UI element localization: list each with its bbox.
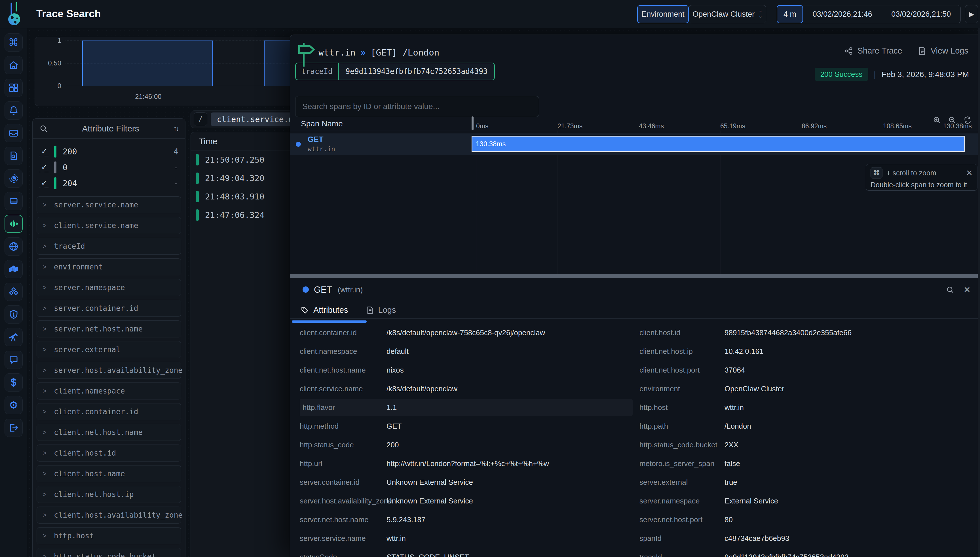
attribute-row[interactable]: client.net.host.name nixos client.net.ho… <box>300 361 975 379</box>
range-start[interactable]: 03/02/2026,21:46 <box>803 10 882 19</box>
sidebar-item-costs[interactable]: $ <box>5 373 23 391</box>
close-icon[interactable]: ✕ <box>966 168 973 178</box>
reset-zoom-icon[interactable] <box>963 116 972 124</box>
sidebar-item-settings[interactable]: ⚙ <box>5 396 23 414</box>
attribute-row[interactable]: server.service.name wttr.in spanId c4873… <box>300 529 975 548</box>
attribute-filter-item[interactable]: > server.host.availability_zone <box>37 362 181 379</box>
status-filter-row[interactable]: ✓ 0 - <box>39 160 178 175</box>
close-icon[interactable]: ✕ <box>964 285 971 295</box>
attribute-row[interactable]: server.net.host.name 5.9.243.187 server.… <box>300 510 975 529</box>
sidebar-item-logs[interactable] <box>5 192 23 210</box>
attribute-key: client.host.id <box>639 328 725 337</box>
attribute-row[interactable]: statusCode STATUS_CODE_UNSET traceId 9e9… <box>300 548 975 557</box>
attribute-filter-item[interactable]: > server.net.host.name <box>37 321 181 337</box>
time-range-picker[interactable]: 4 m 03/02/2026,21:46 03/02/2026,21:50 <box>777 5 961 23</box>
zoom-to-span-icon[interactable] <box>946 286 954 294</box>
attribute-filter-item[interactable]: > client.net.host.name <box>37 424 181 441</box>
drawer-drag-handle[interactable] <box>290 274 978 278</box>
span-search-input[interactable] <box>295 96 539 117</box>
attribute-filter-item[interactable]: > client.host.id <box>37 445 181 461</box>
attribute-filter-item[interactable]: > server.external <box>37 341 181 358</box>
column-resize-handle[interactable] <box>472 116 474 130</box>
zoom-in-icon[interactable] <box>933 116 941 124</box>
span-service: wttr.in <box>308 145 335 153</box>
checkbox-checked-icon[interactable]: ✓ <box>39 147 49 156</box>
sidebar-item-blocks[interactable] <box>5 283 23 301</box>
sidebar-item-security[interactable] <box>5 305 23 324</box>
attribute-row[interactable]: http.flavor 1.1 http.host wttr.in <box>300 398 975 417</box>
attribute-filter-item[interactable]: > client.host.availability_zone <box>37 507 181 524</box>
sidebar-item-telescope[interactable] <box>5 328 23 346</box>
sidebar-item-inbox[interactable] <box>5 124 23 142</box>
sidebar-item-map[interactable] <box>5 260 23 278</box>
attribute-row[interactable]: client.service.name /k8s/default/opencla… <box>300 379 975 398</box>
search-icon[interactable] <box>39 124 48 133</box>
checkbox-checked-icon[interactable]: ✓ <box>39 163 49 172</box>
environment-select[interactable]: OpenClaw Cluster ⌃⌃ <box>689 5 766 23</box>
play-button[interactable]: ▶ <box>965 5 978 23</box>
attribute-row[interactable]: http.status_code 200 http.status_code.bu… <box>300 435 975 454</box>
attribute-filter-item[interactable]: > http.host <box>37 527 181 544</box>
chevron-right-icon: > <box>42 346 46 353</box>
attribute-value: /k8s/default/openclaw-758c65c8-qv26j/ope… <box>387 328 639 337</box>
status-filter-row[interactable]: ✓ 200 4 <box>39 143 178 160</box>
span-duration-bar[interactable]: 130.38ms <box>472 136 965 152</box>
time-column-header[interactable]: Time <box>199 137 302 146</box>
trace-count-chart[interactable]: 10.500 21:46:00 <box>34 37 318 106</box>
range-duration-chip[interactable]: 4 m <box>777 5 803 23</box>
attribute-row[interactable]: http.url http://wttr.in/London?format=%l… <box>300 454 975 473</box>
sidebar-item-alerts[interactable] <box>5 101 23 120</box>
metoro-logo-icon[interactable] <box>4 2 23 26</box>
trace-id-chip[interactable]: traceId 9e9d113943efbfbfb74c752653ad4393 <box>295 63 495 80</box>
attribute-row[interactable]: server.host.availability_zone Unknown Ex… <box>300 492 975 510</box>
attribute-filter-item[interactable]: > client.host.name <box>37 465 181 482</box>
attribute-value: default <box>387 347 639 356</box>
chevron-right-icon: > <box>42 470 46 478</box>
sort-icon[interactable]: ↑↓ <box>173 124 178 133</box>
attribute-filter-item[interactable]: > http.status_code.bucket <box>37 548 181 557</box>
checkbox-checked-icon[interactable]: ✓ <box>39 179 49 188</box>
attribute-filter-name: environment <box>54 263 103 271</box>
attribute-filter-item[interactable]: > server.service.name <box>37 196 181 213</box>
zoom-out-icon[interactable] <box>948 116 957 124</box>
tab-attributes[interactable]: Attributes <box>301 305 348 315</box>
chart-bar[interactable] <box>82 41 213 86</box>
attribute-row[interactable]: http.method GET http.path /London <box>300 417 975 435</box>
sidebar-item-dashboard[interactable] <box>5 79 23 97</box>
attribute-filter-item[interactable]: > client.net.host.ip <box>37 486 181 503</box>
sidebar-item-search-doc[interactable] <box>5 147 23 165</box>
sidebar-item-globe[interactable] <box>5 238 23 256</box>
slash-shortcut-chip[interactable]: / <box>194 112 207 126</box>
tab-logs[interactable]: Logs <box>366 305 396 315</box>
status-filter-label: 200 <box>63 147 173 156</box>
attribute-value: nixos <box>387 366 639 375</box>
sidebar-item-radar[interactable] <box>5 169 23 187</box>
attributes-scrollbar[interactable] <box>292 321 367 323</box>
attribute-filter-item[interactable]: > client.namespace <box>37 383 181 399</box>
sidebar-item-home[interactable] <box>5 56 23 74</box>
attribute-row[interactable]: client.namespace default client.net.host… <box>300 342 975 361</box>
range-end[interactable]: 03/02/2026,21:50 <box>882 10 961 19</box>
attribute-filter-item[interactable]: > client.service.name <box>37 217 181 234</box>
span-row-selected[interactable]: GET wttr.in 130.38ms <box>290 134 978 155</box>
sidebar-item-command[interactable]: ⌘ <box>5 33 23 52</box>
view-logs-button[interactable]: View Logs <box>918 46 969 55</box>
attribute-filter-item[interactable]: > environment <box>37 258 181 275</box>
attribute-row[interactable]: server.container.id Unknown External Ser… <box>300 473 975 492</box>
sidebar-item-chat[interactable] <box>5 351 23 369</box>
sidebar-item-logout[interactable] <box>5 419 23 437</box>
document-icon <box>366 306 374 314</box>
time-axis-tick: 65.19ms <box>720 122 745 130</box>
attribute-row[interactable]: client.container.id /k8s/default/opencla… <box>300 323 975 342</box>
sidebar-item-traces[interactable] <box>5 215 23 233</box>
attribute-filter-item[interactable]: > server.container.id <box>37 300 181 317</box>
page-scrollbar[interactable] <box>978 28 980 557</box>
status-filter-count: 4 <box>173 147 178 156</box>
share-trace-button[interactable]: Share Trace <box>844 46 902 55</box>
attribute-key: traceId <box>639 553 725 557</box>
attribute-filter-item[interactable]: > traceId <box>37 238 181 255</box>
attribute-filter-item[interactable]: > client.container.id <box>37 403 181 420</box>
attribute-value: /London <box>725 422 975 431</box>
status-filter-row[interactable]: ✓ 204 - <box>39 175 178 191</box>
attribute-filter-item[interactable]: > server.namespace <box>37 279 181 296</box>
